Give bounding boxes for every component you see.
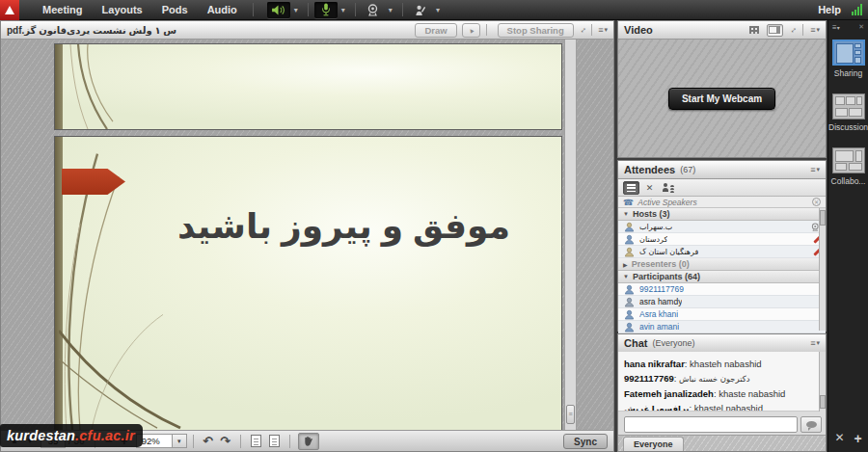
start-webcam-button[interactable]: Start My Webcam (668, 88, 775, 110)
chat-input[interactable] (624, 416, 798, 433)
attendee-row-participant[interactable]: avin amani (618, 321, 826, 333)
attendee-avatar-icon (624, 234, 635, 245)
menu-pods[interactable]: Pods (152, 4, 198, 15)
speaker-dropdown[interactable]: ▾ (290, 6, 302, 14)
pointer-tool-button[interactable]: ▲ (462, 23, 480, 38)
video-pod-menu-icon[interactable]: ≡ (810, 25, 815, 35)
attendee-avatar-icon (624, 297, 635, 307)
help-link[interactable]: Help (818, 4, 841, 15)
grid-view-button[interactable] (746, 24, 763, 37)
breakout-view-button[interactable]: ✕ (641, 181, 658, 195)
send-message-button[interactable] (800, 416, 822, 433)
divider (308, 3, 309, 16)
slide-current: موفق و پیروز باشید (54, 136, 562, 430)
filmstrip-view-button[interactable] (767, 24, 783, 37)
menu-audio[interactable]: Audio (198, 4, 247, 15)
adobe-connect-window: { "glyphs": { "menu": "≡", "caret": "▾",… (0, 0, 868, 452)
video-pod-title: Video (624, 24, 653, 36)
stop-sharing-button[interactable]: Stop Sharing (498, 23, 574, 38)
zoom-level-select[interactable]: 92% ▾ (136, 434, 187, 448)
scrollbar-handle[interactable] (820, 210, 826, 226)
webcam-dropdown[interactable]: ▾ (385, 6, 396, 14)
participants-group-header[interactable]: ▼ Participants (64) (618, 271, 826, 283)
menu-meeting[interactable]: Meeting (33, 4, 93, 15)
fit-width-button[interactable] (269, 435, 280, 447)
layout-item-discussion[interactable]: Discussion (828, 93, 868, 132)
attendee-row-participant[interactable]: asra hamdy (618, 296, 826, 308)
connection-signal-icon[interactable] (851, 4, 862, 15)
attendee-name: ب.سهراب (639, 223, 672, 231)
webcam-button[interactable] (362, 2, 385, 18)
slide-grass-decoration (59, 44, 146, 129)
attendee-list-view-button[interactable] (623, 181, 639, 195)
active-speakers-row: ☎ Active Speakers ✕ (618, 197, 826, 208)
attendee-avatar-icon (624, 322, 635, 332)
layout-item-sharing[interactable]: Sharing (828, 40, 868, 78)
active-speakers-close-icon[interactable]: ✕ (812, 198, 821, 206)
attendee-row-host[interactable]: فرهنگیان استان ک (618, 246, 826, 258)
attendees-list: ▼ Hosts (3) ب.سهراب كردستان فرهنگیان است… (618, 208, 826, 331)
hosts-group-header[interactable]: ▼ Hosts (3) (618, 208, 826, 221)
chat-scrollbar[interactable] (819, 352, 826, 412)
microphone-button[interactable] (314, 2, 338, 18)
attendee-row-participant[interactable]: 9921117769 (618, 283, 826, 296)
fullscreen-icon[interactable]: ↕ (789, 25, 799, 35)
attendee-status-view-button[interactable] (660, 181, 676, 195)
layout-label: Collabo... (828, 176, 868, 186)
scrollbar-handle[interactable] (566, 405, 575, 424)
undo-button[interactable]: ↶ (200, 434, 217, 448)
webcam-icon (366, 4, 379, 16)
attendee-row-participant[interactable]: Asra khani (618, 308, 826, 321)
attendees-pod-menu-icon[interactable]: ≡▾ (810, 165, 820, 174)
scrollbar-handle[interactable] (820, 395, 826, 409)
chat-message: hana nikraftar: khasteh nabashid (624, 357, 813, 371)
share-pod: س ۱ ولش نشست پردی‌قانون گز.pdf Draw ▲ St… (0, 20, 614, 452)
divider (402, 3, 403, 16)
share-content-area[interactable]: موفق و پیروز باشید (1, 40, 613, 430)
share-pod-titlebar: س ۱ ولش نشست پردی‌قانون گز.pdf Draw ▲ St… (1, 21, 613, 40)
raise-hand-button[interactable] (409, 2, 432, 18)
menu-layouts[interactable]: Layouts (93, 4, 152, 15)
attendees-scrollbar[interactable] (819, 208, 826, 331)
add-layout-icon[interactable]: + (854, 431, 861, 446)
chat-pod-menu-icon[interactable]: ≡▾ (810, 338, 820, 348)
sync-button[interactable]: Sync (563, 434, 608, 449)
presenters-group-header[interactable]: ▶ Presenters (0) (618, 258, 826, 271)
layouts-sidebar-header: ≡▾ ✕ (828, 20, 868, 34)
divider (355, 3, 356, 16)
chat-pod-titlebar: Chat (Everyone) ≡▾ (618, 334, 826, 353)
layouts-close-icon[interactable]: ✕ (858, 23, 864, 31)
person-status-icon (664, 183, 673, 192)
manage-layouts-icon[interactable]: ✕ (834, 431, 844, 446)
fullscreen-icon[interactable]: ↕ (579, 25, 588, 35)
raise-hand-dropdown[interactable]: ▾ (432, 6, 444, 14)
attendee-row-host[interactable]: ب.سهراب (618, 221, 826, 233)
active-speakers-icon: ☎ (623, 198, 634, 207)
attendee-row-host[interactable]: كردستان (618, 233, 826, 246)
draw-button[interactable]: Draw (415, 23, 456, 38)
raise-hand-icon (414, 4, 426, 16)
microphone-dropdown[interactable]: ▾ (338, 6, 349, 14)
attendee-name: asra hamdy (639, 297, 682, 306)
divider (289, 435, 290, 448)
layouts-sidebar: ≡▾ ✕ Sharing Discussion Collabo... (827, 20, 868, 452)
pan-tool-button[interactable] (298, 433, 319, 450)
adobe-logo-icon (0, 0, 19, 20)
redo-button[interactable]: ↷ (217, 434, 234, 448)
share-vertical-scrollbar[interactable] (564, 40, 577, 430)
zoom-dropdown-icon[interactable]: ▾ (173, 434, 187, 448)
top-menu-bar: Meeting Layouts Pods Audio ▾ ▾ (0, 0, 868, 20)
layout-item-collaboration[interactable]: Collabo... (828, 147, 868, 186)
speaker-button[interactable] (267, 2, 290, 18)
chat-message-list: hana nikraftar: khasteh nabashid 9921117… (618, 352, 819, 412)
fit-page-button[interactable] (251, 435, 261, 447)
tab-everyone[interactable]: Everyone (623, 437, 684, 451)
hand-icon (303, 435, 313, 447)
chat-message: 9921117769: دکترجون خسته نباش (624, 371, 813, 386)
divider (193, 435, 194, 448)
layout-label: Sharing (828, 68, 868, 78)
layout-thumbnail-sharing (832, 40, 865, 66)
filmstrip-icon (769, 26, 780, 34)
share-pod-menu-icon[interactable]: ≡▾ (598, 25, 608, 35)
video-pod-titlebar: Video ↕ ≡▾ (618, 21, 826, 40)
